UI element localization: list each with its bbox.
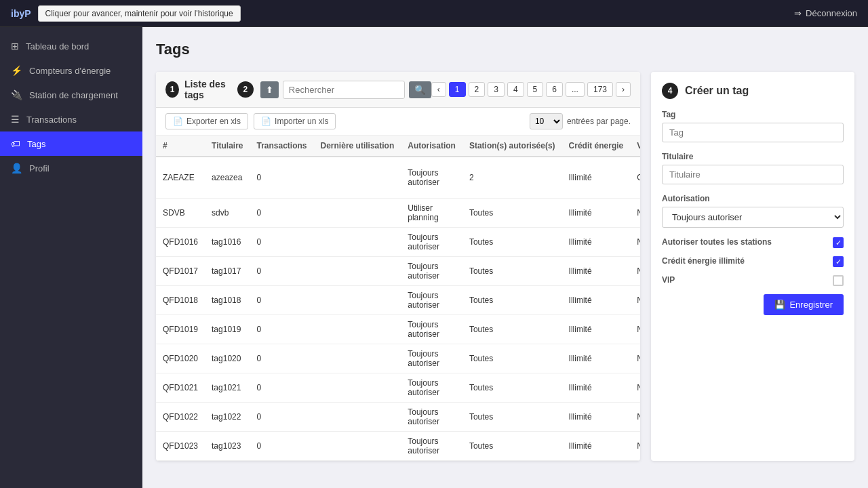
panel-toolbar: 📄 Exporter en xls 📄 Importer un xls 10 2…	[156, 108, 640, 136]
table-row: QFD1022tag10220Toujours autoriserToutesI…	[156, 403, 640, 432]
pagination-next[interactable]: ›	[616, 82, 631, 97]
cell-stations: Toutes	[462, 257, 562, 286]
col-autorisation: Autorisation	[401, 136, 462, 157]
titulaire-input[interactable]	[662, 165, 844, 184]
sidebar-item-transactions[interactable]: ☰ Transactions	[0, 107, 142, 131]
energy-icon: ⚡	[11, 65, 22, 76]
search-input[interactable]	[283, 81, 405, 99]
cell-transactions: 0	[250, 403, 314, 432]
cell-transactions: 0	[250, 373, 314, 403]
cell-credit: Illimité	[562, 257, 631, 286]
cell-stations: Toutes	[462, 373, 562, 403]
panel-header: 1 Liste des tags 2 ⬆ 🔍 ‹ 1 2 3 4	[156, 72, 640, 108]
table-row: QFD1019tag10190Toujours autoriserToutesI…	[156, 315, 640, 344]
export-button[interactable]: 📄 Exporter en xls	[165, 113, 248, 129]
cell-titulaire: tag1016	[205, 228, 250, 257]
cell-id: SDVB	[156, 199, 205, 228]
col-derniere: Dernière utilisation	[314, 136, 401, 157]
table-row: SDVBsdvb0Utiliser planningToutesIllimité…	[156, 199, 640, 228]
tag-form-group: Tag	[662, 110, 844, 142]
cell-derniere	[314, 257, 401, 286]
titulaire-label: Titulaire	[662, 152, 844, 161]
search-upload-button[interactable]: ⬆	[260, 81, 279, 98]
sidebar-label-transactions: Transactions	[26, 115, 77, 125]
table-header-row: # Titulaire Transactions Dernière utilis…	[156, 136, 640, 157]
vip-checkbox[interactable]	[833, 275, 844, 286]
pagination-page-5[interactable]: 5	[527, 82, 544, 97]
cell-credit: Illimité	[562, 157, 631, 199]
cell-credit: Illimité	[562, 228, 631, 257]
cell-transactions: 0	[250, 344, 314, 373]
import-label: Importer un xls	[275, 117, 328, 126]
cell-autorisation: Toujours autoriser	[401, 315, 462, 344]
entries-select: 10 25 50 100 entrées par page.	[530, 113, 631, 129]
grid-icon: ⊞	[11, 41, 19, 52]
pagination-page-2[interactable]: 2	[469, 82, 486, 97]
create-panel-header: 4 Créer un tag	[662, 83, 844, 99]
cell-credit: Illimité	[562, 432, 631, 461]
pagination-page-173[interactable]: 173	[587, 82, 613, 97]
list-icon: ☰	[11, 114, 20, 125]
cell-titulaire: tag1019	[205, 315, 250, 344]
tags-panel: 1 Liste des tags 2 ⬆ 🔍 ‹ 1 2 3 4	[156, 72, 640, 461]
tag-input[interactable]	[662, 123, 844, 142]
stations-checkbox[interactable]: ✓	[833, 237, 844, 248]
entries-dropdown[interactable]: 10 25 50 100	[530, 113, 563, 129]
cell-transactions: 0	[250, 228, 314, 257]
credit-checkbox-label: Crédit énergie illimité	[662, 256, 745, 266]
tags-table: # Titulaire Transactions Dernière utilis…	[156, 136, 640, 461]
cell-derniere	[314, 403, 401, 432]
pagination-prev[interactable]: ‹	[431, 82, 446, 97]
cell-titulaire: tag1020	[205, 344, 250, 373]
autorisation-select[interactable]: Toujours autoriser Utiliser planning Tou…	[662, 207, 844, 228]
cell-autorisation: Utiliser planning	[401, 199, 462, 228]
step-badge-4: 4	[662, 83, 678, 99]
credit-checkbox[interactable]: ✓	[833, 256, 844, 267]
cell-stations: Toutes	[462, 403, 562, 432]
pagination-page-1[interactable]: 1	[449, 82, 466, 97]
search-area: 2 ⬆ 🔍	[237, 81, 431, 99]
table-row: QFD1016tag10160Toujours autoriserToutesI…	[156, 228, 640, 257]
cell-derniere	[314, 199, 401, 228]
cell-autorisation: Toujours autoriser	[401, 228, 462, 257]
sidebar-item-profil[interactable]: 👤 Profil	[0, 156, 142, 180]
cell-vip: Non	[630, 286, 640, 315]
cell-titulaire: tag1021	[205, 373, 250, 403]
sidebar-item-tags[interactable]: 🏷 Tags	[0, 131, 142, 156]
toolbar-buttons: 📄 Exporter en xls 📄 Importer un xls	[165, 113, 336, 129]
tags-tbody: ZAEAZEazeazea0Toujours autoriser2Illimit…	[156, 157, 640, 461]
cell-titulaire: tag1022	[205, 403, 250, 432]
table-row: QFD1017tag10170Toujours autoriserToutesI…	[156, 257, 640, 286]
cell-titulaire: azeazea	[205, 157, 250, 199]
sidebar-item-compteurs[interactable]: ⚡ Compteurs d'énergie	[0, 58, 142, 83]
stations-checkbox-group: Autoriser toutes les stations ✓	[662, 237, 844, 248]
sidebar: ⊞ Tableau de bord ⚡ Compteurs d'énergie …	[0, 27, 142, 488]
pagination-page-3[interactable]: 3	[488, 82, 505, 97]
cell-transactions: 0	[250, 199, 314, 228]
cell-transactions: 0	[250, 286, 314, 315]
sidebar-item-tableau-de-bord[interactable]: ⊞ Tableau de bord	[0, 34, 142, 58]
cell-derniere	[314, 157, 401, 199]
stations-checkbox-label: Autoriser toutes les stations	[662, 237, 772, 247]
cell-titulaire: tag1023	[205, 432, 250, 461]
table-row: QFD1021tag10210Toujours autoriserToutesI…	[156, 373, 640, 403]
cell-stations: Toutes	[462, 344, 562, 373]
cell-credit: Illimité	[562, 286, 631, 315]
vip-checkbox-label: VIP	[662, 275, 675, 285]
titulaire-form-group: Titulaire	[662, 152, 844, 184]
sidebar-item-station[interactable]: 🔌 Station de chargement	[0, 83, 142, 107]
cell-id: QFD1021	[156, 373, 205, 403]
sidebar-label-tags: Tags	[27, 139, 45, 149]
table-row: ZAEAZEazeazea0Toujours autoriser2Illimit…	[156, 157, 640, 199]
cell-vip: Non	[630, 199, 640, 228]
search-button[interactable]: 🔍	[409, 81, 431, 98]
pagination-page-4[interactable]: 4	[507, 82, 524, 97]
import-button[interactable]: 📄 Importer un xls	[254, 113, 336, 129]
pagination-page-6[interactable]: 6	[546, 82, 563, 97]
logout-button[interactable]: ⇒ Déconnexion	[794, 8, 857, 18]
logout-icon: ⇒	[794, 8, 802, 18]
save-button[interactable]: 💾 Enregistrer	[764, 294, 844, 315]
cell-id: QFD1023	[156, 432, 205, 461]
logout-label: Déconnexion	[806, 8, 857, 18]
cell-stations: Toutes	[462, 228, 562, 257]
